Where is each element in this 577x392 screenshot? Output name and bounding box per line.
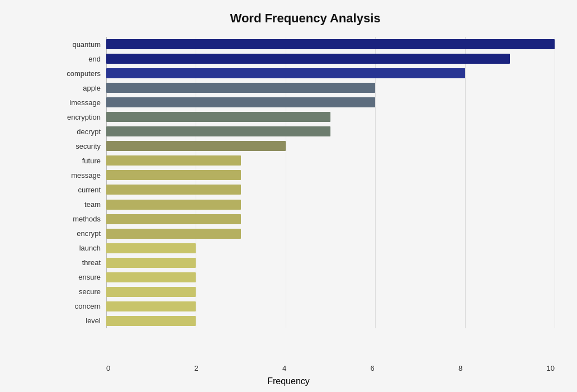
bar-row-encrypt [106,228,555,240]
y-label-methods: methods [56,215,101,223]
bar-row-ensure [106,271,555,284]
bar-row-level [106,315,555,327]
x-tick-8: 8 [458,364,462,372]
y-label-computers: computers [56,70,101,77]
bar-row-message [106,169,555,181]
bar-threat [106,258,196,268]
y-label-quantum: quantum [56,41,101,48]
y-label-launch: launch [56,244,101,252]
bar-launch [106,243,196,253]
bar-message [106,170,241,180]
bar-concern [106,301,196,311]
x-tick-10: 10 [547,364,555,372]
bar-encrypt [106,229,241,239]
y-label-security: security [56,143,101,150]
y-axis: quantumendcomputersappleimessageencrypti… [56,37,106,328]
bar-row-imessage [106,96,555,108]
y-label-end: end [56,55,101,63]
x-tick-4: 4 [282,364,286,372]
bar-team [106,200,241,210]
x-tick-2: 2 [195,364,198,372]
bar-row-threat [106,257,555,269]
bar-row-concern [106,300,555,313]
y-label-future: future [56,157,101,164]
bar-encryption [106,112,330,122]
chart-container: Word Frequency Analysis quantumendcomput… [0,0,577,392]
chart-title: Word Frequency Analysis [56,11,555,26]
y-label-encryption: encryption [56,114,101,121]
bar-computers [106,68,465,78]
bar-row-end [106,53,555,65]
bar-apple [106,83,375,93]
y-label-decrypt: decrypt [56,128,101,135]
bar-end [106,54,510,64]
bar-row-quantum [106,38,555,50]
bar-row-security [106,140,555,152]
bar-row-current [106,183,555,196]
bars-area [106,37,555,328]
bar-row-computers [106,67,555,79]
y-label-imessage: imessage [56,99,101,106]
bar-level [106,316,196,326]
grid-line-10 [555,37,555,328]
bar-row-encryption [106,111,555,123]
y-label-encrypt: encrypt [56,230,101,237]
bar-ensure [106,272,196,282]
bar-security [106,141,286,151]
bar-methods [106,214,241,224]
x-axis-label: Frequency [0,376,577,386]
bar-row-future [106,154,555,167]
y-label-secure: secure [56,288,101,295]
bar-row-launch [106,242,555,254]
y-label-current: current [56,186,101,193]
bar-row-secure [106,286,555,298]
x-tick-0: 0 [106,364,110,372]
bar-quantum [106,39,555,49]
y-label-ensure: ensure [56,273,101,281]
y-label-concern: concern [56,303,101,310]
bar-decrypt [106,126,330,136]
x-tick-6: 6 [371,364,375,372]
y-label-team: team [56,201,101,208]
y-label-threat: threat [56,259,101,266]
y-label-apple: apple [56,84,101,92]
bar-row-methods [106,213,555,225]
bar-row-apple [106,82,555,94]
bar-imessage [106,97,375,107]
bars-container [106,37,555,328]
bar-future [106,155,241,166]
x-axis-ticks: 0246810 [106,364,555,372]
bar-current [106,185,241,195]
y-label-level: level [56,317,101,324]
y-label-message: message [56,172,101,179]
bar-row-decrypt [106,125,555,138]
bar-secure [106,287,196,297]
bar-row-team [106,199,555,211]
